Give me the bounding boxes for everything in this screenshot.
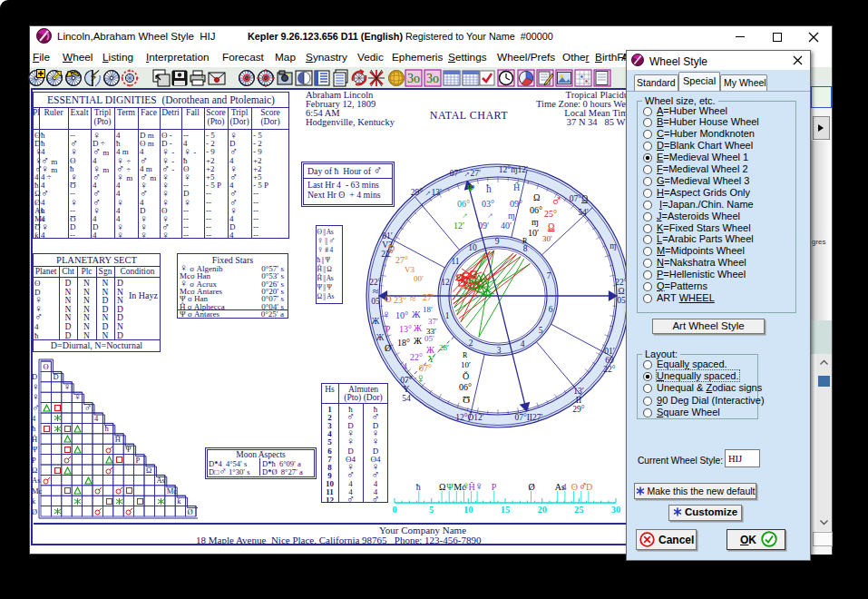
- svg-text:7: 7: [547, 271, 551, 280]
- svg-text:4: 4: [521, 339, 525, 349]
- svg-text:12: 12: [441, 278, 450, 287]
- svg-text:2: 2: [469, 339, 473, 348]
- svg-text:8: 8: [523, 244, 528, 253]
- svg-text:3o: 3o: [407, 72, 420, 85]
- svg-text:1: 1: [445, 311, 450, 320]
- svg-text:6: 6: [549, 305, 553, 314]
- svg-text:3: 3: [497, 346, 502, 355]
- svg-text:10: 10: [468, 243, 477, 252]
- svg-text:11: 11: [451, 257, 459, 266]
- svg-text:5: 5: [539, 326, 543, 335]
- svg-text:9: 9: [495, 237, 500, 246]
- svg-text:3o: 3o: [426, 72, 439, 85]
